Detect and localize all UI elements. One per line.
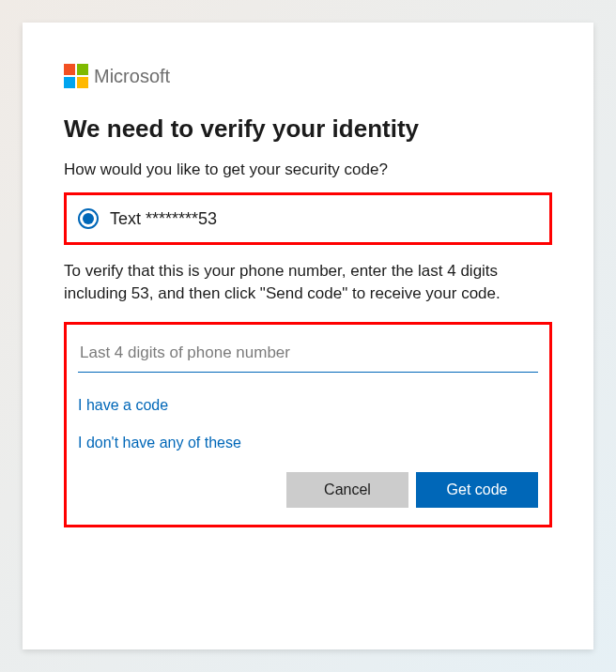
bottom-box: I have a code I don't have any of these … (64, 322, 552, 527)
verification-option-text[interactable]: Text ********53 (64, 192, 552, 245)
verify-identity-card: Microsoft We need to verify your identit… (23, 23, 593, 649)
instruction-text: To verify that this is your phone number… (64, 260, 552, 305)
radio-label: Text ********53 (110, 209, 217, 229)
get-code-button[interactable]: Get code (416, 472, 538, 508)
subheading: How would you like to get your security … (64, 160, 552, 179)
logo-text: Microsoft (94, 66, 170, 87)
button-row: Cancel Get code (78, 472, 538, 508)
microsoft-logo-icon (64, 64, 88, 88)
radio-selected-icon (78, 208, 99, 229)
logo-row: Microsoft (64, 64, 552, 88)
page-title: We need to verify your identity (64, 115, 552, 144)
none-of-these-link[interactable]: I don't have any of these (78, 435, 538, 451)
have-code-link[interactable]: I have a code (78, 397, 538, 414)
phone-last4-input[interactable] (78, 338, 538, 373)
cancel-button[interactable]: Cancel (286, 472, 408, 508)
